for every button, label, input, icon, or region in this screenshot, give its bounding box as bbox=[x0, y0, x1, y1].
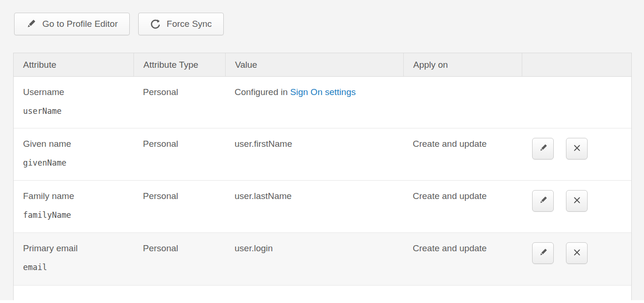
value-text: Configured in bbox=[235, 87, 290, 97]
attribute-type-cell: Personal bbox=[134, 181, 225, 232]
x-icon bbox=[573, 144, 581, 153]
pencil-icon bbox=[539, 248, 548, 258]
x-icon bbox=[573, 248, 581, 258]
value-cell: user.firstName bbox=[225, 128, 403, 180]
value-cell: Configured in Sign On settings bbox=[225, 77, 403, 128]
actions-cell bbox=[522, 233, 631, 285]
attribute-cell: Username userName bbox=[14, 77, 134, 128]
x-icon bbox=[573, 196, 581, 206]
table-row bbox=[14, 286, 631, 300]
attribute-name: email bbox=[23, 263, 134, 272]
apply-on-cell: Create and update bbox=[403, 233, 522, 285]
refresh-icon bbox=[150, 19, 161, 30]
pencil-icon bbox=[539, 196, 548, 206]
table-row: Given name givenName Personal user.first… bbox=[14, 128, 631, 181]
force-sync-label: Force Sync bbox=[167, 19, 212, 29]
attribute-label: Family name bbox=[23, 191, 134, 201]
attribute-label: Given name bbox=[23, 139, 134, 149]
actions-cell bbox=[522, 77, 631, 128]
pencil-icon bbox=[539, 144, 548, 154]
column-header-attribute-type: Attribute Type bbox=[134, 53, 225, 76]
column-header-apply-on: Apply on bbox=[403, 53, 522, 76]
attribute-type-cell: Personal bbox=[134, 233, 225, 285]
remove-attribute-button[interactable] bbox=[566, 242, 588, 264]
remove-attribute-button[interactable] bbox=[566, 138, 588, 159]
table-header: Attribute Attribute Type Value Apply on bbox=[13, 53, 632, 77]
table-row: Primary email email Personal user.login … bbox=[14, 233, 631, 286]
remove-attribute-button[interactable] bbox=[566, 190, 588, 212]
attribute-label: Primary email bbox=[23, 243, 134, 254]
table-body: Username userName Personal Configured in… bbox=[13, 77, 632, 300]
table-row: Username userName Personal Configured in… bbox=[14, 77, 631, 128]
column-header-attribute: Attribute bbox=[14, 53, 134, 76]
edit-attribute-button[interactable] bbox=[532, 138, 554, 159]
column-header-value: Value bbox=[225, 53, 403, 76]
attribute-cell: Given name givenName bbox=[14, 128, 134, 180]
attribute-name: userName bbox=[23, 106, 134, 116]
attribute-name: familyName bbox=[23, 210, 134, 220]
edit-attribute-button[interactable] bbox=[532, 190, 554, 212]
value-cell: user.lastName bbox=[225, 181, 403, 232]
value-cell: user.login bbox=[225, 233, 403, 285]
attribute-name: givenName bbox=[23, 158, 134, 167]
go-to-profile-editor-button[interactable]: Go to Profile Editor bbox=[14, 13, 130, 35]
attribute-cell: Primary email email bbox=[14, 233, 134, 285]
toolbar: Go to Profile Editor Force Sync bbox=[14, 13, 224, 35]
attribute-mappings-table: Attribute Attribute Type Value Apply on … bbox=[13, 53, 632, 300]
apply-on-cell: Create and update bbox=[403, 181, 522, 232]
actions-cell bbox=[522, 128, 631, 180]
attribute-type-cell: Personal bbox=[134, 77, 225, 128]
attribute-label: Username bbox=[23, 87, 134, 97]
sign-on-settings-link[interactable]: Sign On settings bbox=[290, 87, 355, 97]
table-row: Family name familyName Personal user.las… bbox=[14, 181, 631, 233]
apply-on-cell bbox=[403, 77, 522, 128]
attribute-type-cell: Personal bbox=[134, 128, 225, 180]
edit-attribute-button[interactable] bbox=[532, 242, 554, 264]
page-background: Go to Profile Editor Force Sync Attribut… bbox=[0, 0, 644, 300]
pencil-icon bbox=[26, 19, 36, 29]
go-to-profile-editor-label: Go to Profile Editor bbox=[42, 19, 118, 29]
attribute-cell: Family name familyName bbox=[14, 181, 134, 232]
apply-on-cell: Create and update bbox=[403, 128, 522, 180]
actions-cell bbox=[522, 181, 631, 232]
column-header-actions bbox=[522, 53, 631, 76]
force-sync-button[interactable]: Force Sync bbox=[138, 13, 224, 35]
